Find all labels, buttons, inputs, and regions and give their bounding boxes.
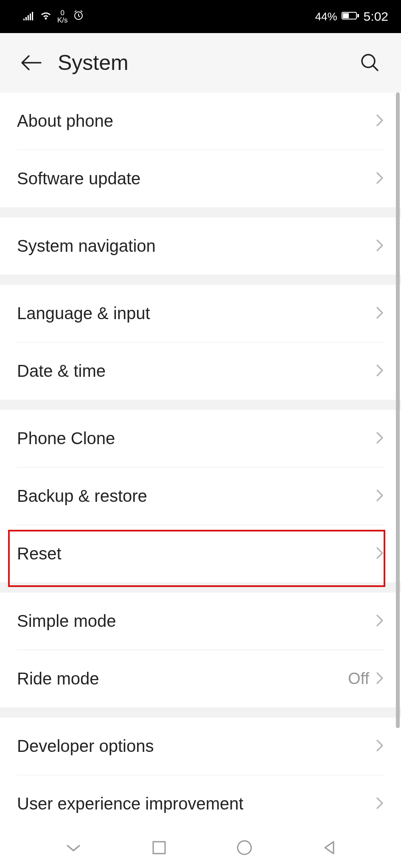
group-modes: Simple mode Ride mode Off (0, 593, 401, 707)
navigation-bar (0, 829, 401, 868)
chevron-right-icon (376, 431, 384, 446)
scroll-indicator (396, 92, 400, 728)
group-navigation: System navigation (0, 217, 401, 275)
item-label: Date & time (17, 362, 376, 381)
item-label: Developer options (17, 737, 376, 756)
back-button[interactable] (19, 51, 43, 75)
item-value: Off (348, 670, 369, 688)
item-label: Ride mode (17, 669, 348, 688)
item-label: Backup & restore (17, 487, 376, 506)
header: System (0, 33, 401, 92)
svg-rect-2 (343, 13, 349, 18)
chevron-right-icon (376, 671, 384, 687)
item-phone-clone[interactable]: Phone Clone (0, 410, 401, 467)
item-about-phone[interactable]: About phone (0, 92, 401, 150)
item-software-update[interactable]: Software update (0, 150, 401, 207)
settings-list: About phone Software update System navig… (0, 92, 401, 832)
group-about: About phone Software update (0, 92, 401, 207)
chevron-right-icon (376, 796, 384, 812)
group-backup: Phone Clone Backup & restore Reset (0, 410, 401, 582)
item-label: Language & input (17, 304, 376, 323)
item-system-navigation[interactable]: System navigation (0, 217, 401, 275)
chevron-right-icon (376, 114, 384, 129)
item-reset[interactable]: Reset (0, 525, 401, 582)
group-developer: Developer options User experience improv… (0, 718, 401, 832)
battery-icon (342, 10, 359, 23)
alarm-icon (73, 10, 84, 24)
clock-text: 5:02 (364, 9, 388, 24)
item-label: Simple mode (17, 612, 376, 631)
item-date-time[interactable]: Date & time (0, 342, 401, 400)
item-label: User experience improvement (17, 794, 376, 813)
chevron-right-icon (376, 739, 384, 754)
signal-icon (23, 10, 34, 23)
page-title: System (58, 50, 343, 75)
battery-percent: 44% (315, 10, 337, 23)
chevron-right-icon (376, 306, 384, 321)
status-right: 44% 5:02 (315, 9, 388, 24)
item-developer-options[interactable]: Developer options (0, 718, 401, 775)
nav-recent-icon[interactable] (151, 840, 167, 857)
item-label: Software update (17, 169, 376, 188)
network-speed: 0 K/s (57, 9, 68, 24)
search-button[interactable] (358, 51, 382, 75)
wifi-icon (39, 10, 52, 23)
item-label: Reset (17, 544, 376, 563)
nav-hide-icon[interactable] (64, 841, 83, 856)
nav-home-icon[interactable] (236, 839, 253, 858)
group-locale: Language & input Date & time (0, 285, 401, 400)
item-label: About phone (17, 111, 376, 131)
item-label: Phone Clone (17, 429, 376, 448)
chevron-right-icon (376, 546, 384, 562)
svg-point-6 (238, 841, 251, 854)
item-language-input[interactable]: Language & input (0, 285, 401, 342)
svg-rect-5 (153, 842, 165, 854)
item-backup-restore[interactable]: Backup & restore (0, 467, 401, 525)
item-label: System navigation (17, 236, 376, 256)
status-bar: 0 K/s 44% 5:02 (0, 0, 401, 33)
chevron-right-icon (376, 364, 384, 379)
chevron-right-icon (376, 489, 384, 504)
chevron-right-icon (376, 614, 384, 629)
item-ride-mode[interactable]: Ride mode Off (0, 650, 401, 707)
status-left: 0 K/s (23, 9, 84, 24)
chevron-right-icon (376, 239, 384, 254)
chevron-right-icon (376, 171, 384, 186)
item-simple-mode[interactable]: Simple mode (0, 593, 401, 650)
item-user-experience[interactable]: User experience improvement (0, 775, 401, 832)
svg-rect-3 (357, 14, 359, 17)
nav-back-icon[interactable] (322, 840, 337, 857)
